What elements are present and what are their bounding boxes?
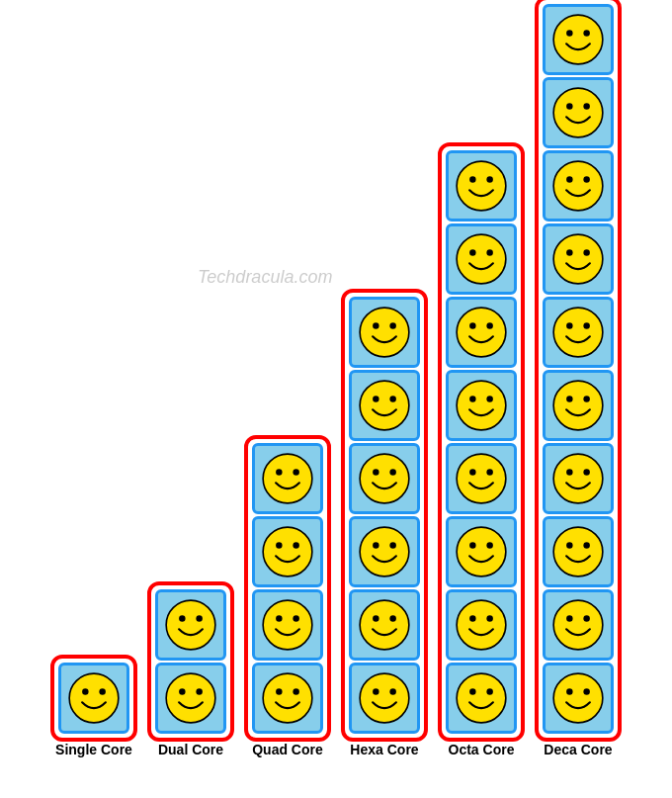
svg-point-29: [389, 469, 395, 475]
svg-point-42: [457, 234, 506, 284]
bar-label-deca-core: Deca Core: [535, 742, 622, 757]
smiley-cell-deca-core-1: [543, 77, 614, 148]
chart-container: [0, 0, 672, 742]
svg-point-20: [293, 688, 298, 694]
svg-point-41: [486, 176, 492, 182]
smiley-cell-octa-core-5: [446, 516, 517, 587]
svg-point-47: [486, 322, 492, 328]
svg-point-69: [553, 161, 603, 211]
svg-point-83: [583, 469, 589, 475]
smiley-cell-quad-core-2: [252, 589, 323, 661]
svg-point-60: [457, 673, 506, 723]
svg-point-53: [486, 469, 492, 475]
svg-point-30: [360, 527, 409, 576]
smiley-cell-single-core-0: [58, 663, 129, 734]
svg-point-23: [389, 322, 395, 328]
svg-point-6: [166, 673, 215, 723]
label-row: Single CoreDual CoreQuad CoreHexa CoreOc…: [0, 742, 672, 798]
smiley-cell-hexa-core-2: [349, 443, 420, 514]
bar-label-hexa-core: Hexa Core: [341, 742, 428, 757]
svg-point-68: [583, 103, 589, 109]
svg-point-37: [373, 688, 378, 694]
smiley-cell-deca-core-8: [543, 589, 614, 661]
svg-point-43: [469, 249, 475, 255]
smiley-cell-deca-core-7: [543, 516, 614, 587]
svg-point-76: [566, 322, 572, 328]
svg-point-77: [583, 322, 589, 328]
svg-point-48: [457, 381, 506, 430]
bar-label-dual-core: Dual Core: [147, 742, 234, 757]
svg-point-33: [360, 600, 409, 650]
bar-group-dual-core: [147, 581, 234, 742]
svg-point-31: [373, 542, 378, 548]
svg-point-9: [263, 454, 312, 503]
svg-point-56: [486, 542, 492, 548]
smiley-cell-hexa-core-4: [349, 589, 420, 661]
svg-point-64: [566, 30, 572, 36]
svg-point-15: [263, 600, 312, 650]
svg-point-18: [263, 673, 312, 723]
svg-point-28: [373, 469, 378, 475]
svg-point-87: [553, 600, 603, 650]
svg-point-2: [99, 688, 105, 694]
svg-point-27: [360, 454, 409, 503]
svg-point-32: [389, 542, 395, 548]
svg-point-79: [566, 396, 572, 401]
smiley-cell-octa-core-2: [446, 297, 517, 368]
smiley-cell-hexa-core-0: [349, 297, 420, 368]
svg-point-80: [583, 396, 589, 401]
svg-point-50: [486, 396, 492, 401]
smiley-cell-octa-core-3: [446, 370, 517, 441]
svg-point-16: [276, 615, 282, 621]
svg-point-8: [196, 688, 202, 694]
svg-point-49: [469, 396, 475, 401]
svg-point-84: [553, 527, 603, 576]
svg-point-75: [553, 308, 603, 357]
svg-point-88: [566, 615, 572, 621]
svg-point-46: [469, 322, 475, 328]
svg-point-63: [553, 15, 603, 64]
svg-point-82: [566, 469, 572, 475]
svg-point-65: [583, 30, 589, 36]
svg-point-7: [179, 688, 185, 694]
svg-point-13: [276, 542, 282, 548]
svg-point-0: [69, 673, 119, 723]
svg-point-36: [360, 673, 409, 723]
svg-point-52: [469, 469, 475, 475]
smiley-cell-quad-core-1: [252, 516, 323, 587]
svg-point-17: [293, 615, 298, 621]
svg-point-12: [263, 527, 312, 576]
bar-group-single-core: [50, 655, 137, 742]
bar-wrapper-dual-core: [147, 581, 234, 742]
smiley-cell-deca-core-2: [543, 150, 614, 222]
bar-group-deca-core: [535, 0, 622, 742]
svg-point-92: [583, 688, 589, 694]
svg-point-78: [553, 381, 603, 430]
bar-label-octa-core: Octa Core: [438, 742, 525, 757]
smiley-cell-hexa-core-3: [349, 516, 420, 587]
bar-group-octa-core: [438, 142, 525, 742]
smiley-cell-octa-core-7: [446, 663, 517, 734]
bar-wrapper-single-core: [50, 655, 137, 742]
smiley-cell-octa-core-0: [446, 150, 517, 222]
svg-point-58: [469, 615, 475, 621]
svg-point-34: [373, 615, 378, 621]
bar-wrapper-deca-core: [535, 0, 622, 742]
svg-point-26: [389, 396, 395, 401]
svg-point-39: [457, 161, 506, 211]
smiley-cell-deca-core-6: [543, 443, 614, 514]
bar-label-quad-core: Quad Core: [244, 742, 331, 757]
smiley-cell-dual-core-1: [155, 663, 226, 734]
svg-point-86: [583, 542, 589, 548]
svg-point-10: [276, 469, 282, 475]
svg-point-38: [389, 688, 395, 694]
svg-point-24: [360, 381, 409, 430]
svg-point-62: [486, 688, 492, 694]
smiley-cell-deca-core-3: [543, 223, 614, 295]
svg-point-22: [373, 322, 378, 328]
svg-point-91: [566, 688, 572, 694]
smiley-cell-octa-core-1: [446, 223, 517, 295]
bar-label-single-core: Single Core: [50, 742, 137, 757]
smiley-cell-deca-core-9: [543, 663, 614, 734]
svg-point-4: [179, 615, 185, 621]
